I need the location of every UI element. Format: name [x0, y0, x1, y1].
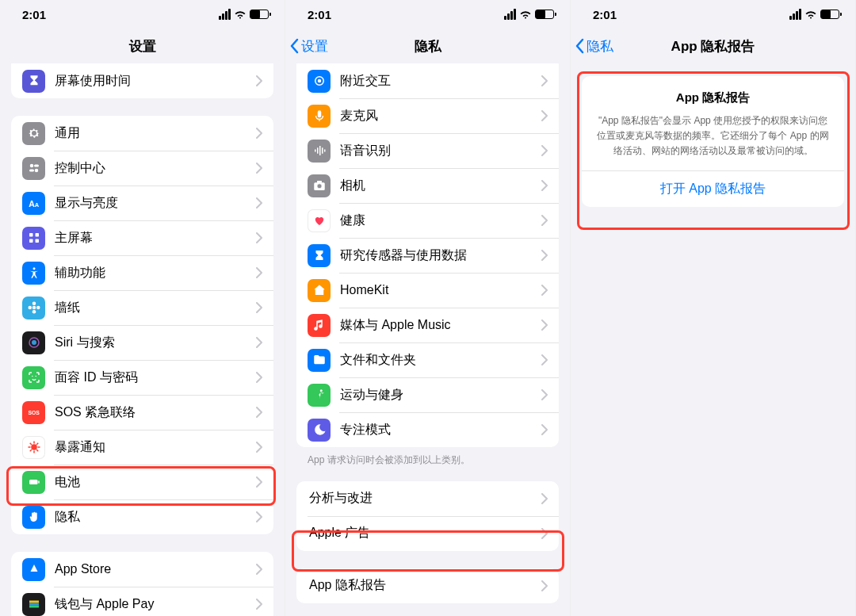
svg-line-29 [36, 443, 38, 445]
status-indicators [789, 9, 839, 20]
row-label: 麦克风 [340, 108, 541, 124]
status-time: 2:01 [308, 8, 331, 21]
row-display[interactable]: AA 显示与亮度 [11, 186, 273, 220]
chevron-right-icon [541, 285, 548, 296]
row-label: 主屏幕 [55, 230, 256, 247]
row-accessibility[interactable]: 辅助功能 [11, 255, 273, 290]
row-analytics[interactable]: 分析与改进 [296, 481, 559, 516]
row-general[interactable]: 通用 [11, 116, 273, 151]
chevron-right-icon [256, 163, 262, 174]
chevron-left-icon [575, 38, 585, 54]
grid-icon [22, 227, 45, 250]
waveform-icon [308, 140, 331, 163]
svg-rect-6 [29, 233, 33, 237]
flower-icon [22, 297, 45, 319]
row-research[interactable]: 研究传感器与使用数据 [296, 238, 559, 273]
sos-icon: SOS [22, 401, 45, 424]
chevron-left-icon [290, 38, 300, 54]
svg-rect-1 [34, 165, 39, 167]
svg-rect-3 [29, 170, 34, 172]
row-label: 钱包与 Apple Pay [55, 596, 256, 613]
row-face-id[interactable]: 面容 ID 与密码 [11, 360, 273, 395]
svg-text:A: A [34, 201, 39, 209]
row-label: SOS 紧急联络 [55, 404, 256, 421]
svg-line-28 [29, 450, 31, 451]
accessibility-icon [22, 262, 45, 285]
back-button[interactable]: 隐私 [575, 37, 613, 55]
back-button[interactable]: 设置 [290, 37, 328, 55]
row-camera[interactable]: 相机 [296, 168, 559, 203]
camera-icon [308, 174, 331, 197]
row-wallet[interactable]: 钱包与 Apple Pay [11, 587, 273, 616]
svg-rect-41 [322, 147, 323, 154]
row-fitness[interactable]: 运动与健身 [296, 377, 559, 412]
status-bar: 2:01 [0, 0, 285, 29]
nav-header: 设置 [0, 29, 285, 63]
row-health[interactable]: 健康 [296, 203, 559, 238]
svg-point-2 [34, 169, 38, 173]
privacy-group-report: App 隐私报告 [296, 568, 559, 603]
svg-rect-40 [319, 146, 321, 155]
row-wallpaper[interactable]: 墙纸 [11, 290, 273, 325]
privacy-report-screen: 2:01 隐私 App 隐私报告 App 隐私报告 "App 隐私报告"会显示 … [571, 0, 856, 616]
row-exposure[interactable]: 暴露通知 [11, 430, 273, 465]
row-homekit[interactable]: HomeKit [296, 273, 559, 308]
row-label: 附近交互 [340, 73, 541, 90]
privacy-screen: 2:01 设置 隐私 附近交互 麦克风 语 [285, 0, 571, 616]
row-app-store[interactable]: App Store [11, 552, 273, 587]
row-siri[interactable]: Siri 与搜索 [11, 325, 273, 360]
status-time: 2:01 [593, 8, 617, 21]
chevron-right-icon [541, 424, 548, 435]
row-files[interactable]: 文件和文件夹 [296, 342, 559, 377]
row-battery[interactable]: 电池 [11, 465, 273, 499]
svg-rect-39 [317, 147, 319, 154]
status-time: 2:01 [22, 8, 46, 21]
svg-rect-31 [38, 481, 40, 484]
row-speech[interactable]: 语音识别 [296, 133, 559, 168]
heart-icon [308, 209, 331, 232]
row-label: App Store [55, 562, 256, 576]
chevron-right-icon [541, 180, 548, 191]
svg-point-12 [32, 302, 36, 306]
row-app-privacy-report[interactable]: App 隐私报告 [296, 568, 559, 603]
row-label: App 隐私报告 [309, 577, 541, 594]
back-label: 设置 [301, 37, 328, 55]
row-screen-time[interactable]: 屏幕使用时间 [11, 63, 273, 98]
chevron-right-icon [541, 354, 548, 365]
row-privacy[interactable]: 隐私 [11, 499, 273, 534]
svg-point-0 [29, 164, 33, 168]
hourglass-icon [22, 70, 45, 93]
chevron-right-icon [256, 232, 262, 243]
row-label: 研究传感器与使用数据 [340, 247, 541, 264]
text-size-icon: AA [22, 192, 45, 215]
chevron-right-icon [541, 215, 548, 226]
row-focus[interactable]: 专注模式 [296, 412, 559, 447]
settings-group-screentime: 屏幕使用时间 [11, 63, 273, 98]
signal-icon [219, 9, 231, 20]
svg-point-10 [32, 267, 35, 270]
enable-report-button[interactable]: 打开 App 隐私报告 [582, 171, 844, 207]
row-microphone[interactable]: 麦克风 [296, 98, 559, 133]
row-sos[interactable]: SOS SOS 紧急联络 [11, 395, 273, 430]
row-nearby[interactable]: 附近交互 [296, 63, 559, 98]
row-label: 隐私 [55, 509, 256, 526]
svg-text:SOS: SOS [28, 410, 40, 415]
row-label: 显示与亮度 [55, 195, 256, 212]
row-label: 通用 [55, 125, 256, 142]
chevron-right-icon [256, 302, 262, 313]
svg-rect-7 [35, 233, 39, 237]
svg-line-26 [29, 443, 31, 445]
svg-rect-45 [317, 181, 322, 183]
privacy-report-card: App 隐私报告 "App 隐私报告"会显示 App 使用您授予的权限来访问您位… [582, 76, 844, 207]
privacy-group-analytics: 分析与改进 Apple 广告 [296, 481, 559, 551]
row-home-screen[interactable]: 主屏幕 [11, 220, 273, 255]
row-media[interactable]: 媒体与 Apple Music [296, 308, 559, 342]
row-label: 媒体与 Apple Music [340, 317, 541, 334]
row-control-center[interactable]: 控制中心 [11, 151, 273, 186]
gear-icon [22, 122, 45, 145]
chevron-right-icon [541, 493, 548, 504]
wifi-icon [234, 10, 246, 19]
row-apple-ads[interactable]: Apple 广告 [296, 516, 559, 551]
svg-point-21 [31, 444, 37, 450]
page-title: 隐私 [415, 37, 441, 55]
